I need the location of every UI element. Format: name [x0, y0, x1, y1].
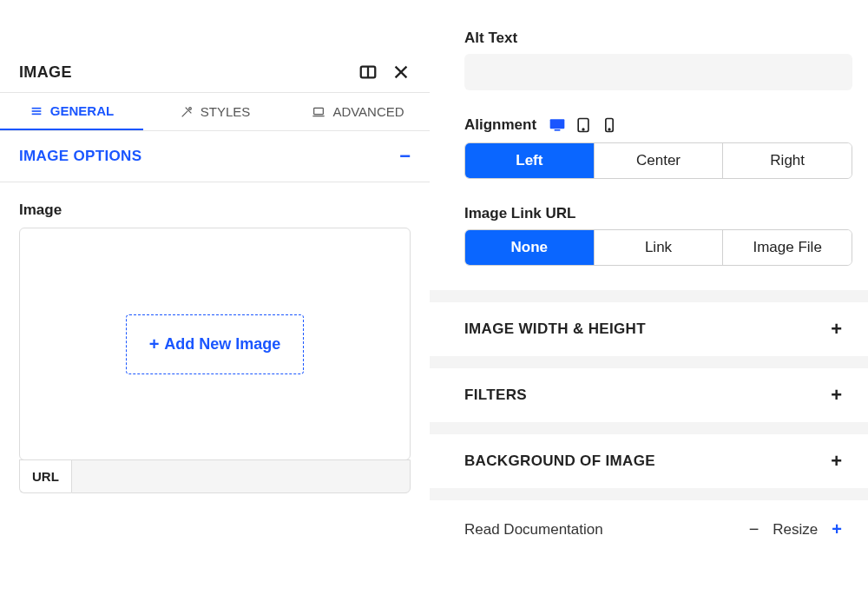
tab-styles[interactable]: STYLES [143, 93, 286, 130]
svg-point-13 [582, 129, 584, 130]
tab-general[interactable]: GENERAL [0, 93, 143, 130]
svg-rect-11 [555, 129, 561, 131]
accordion-filters[interactable]: FILTERS + [430, 368, 868, 422]
add-image-button[interactable]: + Add New Image [126, 314, 305, 374]
align-center-button[interactable]: Center [595, 143, 724, 178]
image-link-control: None Link Image File [464, 229, 852, 266]
design-tools-icon [180, 105, 194, 119]
alt-text-input[interactable] [464, 54, 852, 90]
menu-icon [30, 104, 43, 118]
laptop-icon [312, 105, 326, 119]
plus-icon: + [831, 450, 842, 473]
image-field-label: Image [0, 182, 430, 228]
resize-decrease-button[interactable]: − [749, 519, 760, 539]
alignment-label: Alignment [464, 116, 536, 134]
accordion-title: BACKGROUND OF IMAGE [464, 453, 655, 470]
tablet-icon[interactable] [575, 116, 592, 134]
link-file-button[interactable]: Image File [723, 230, 852, 265]
accordion-width-height[interactable]: IMAGE WIDTH & HEIGHT + [430, 302, 868, 356]
align-left-button[interactable]: Left [465, 143, 595, 178]
align-right-button[interactable]: Right [723, 143, 852, 178]
link-none-button[interactable]: None [465, 230, 595, 265]
tab-advanced[interactable]: ADVANCED [286, 93, 430, 130]
tab-label: GENERAL [50, 103, 114, 118]
close-icon[interactable] [391, 63, 411, 82]
accordion-title: IMAGE WIDTH & HEIGHT [464, 321, 646, 338]
svg-point-15 [608, 129, 610, 130]
resize-label: Resize [773, 521, 818, 539]
add-image-label: Add New Image [164, 335, 280, 354]
image-link-label: Image Link URL [430, 205, 868, 229]
tab-label: STYLES [201, 104, 251, 119]
mobile-icon[interactable] [601, 116, 618, 134]
resize-increase-button[interactable]: + [832, 519, 842, 539]
plus-icon: + [831, 318, 842, 340]
section-image-options[interactable]: IMAGE OPTIONS − [0, 131, 430, 182]
columns-icon[interactable] [358, 63, 378, 82]
url-prefix-label: URL [19, 459, 71, 493]
panel-title: IMAGE [19, 63, 72, 82]
alignment-control: Left Center Right [464, 142, 852, 179]
minus-icon: − [399, 147, 411, 166]
svg-rect-10 [550, 119, 565, 129]
url-input[interactable] [71, 459, 411, 493]
tab-label: ADVANCED [332, 104, 404, 119]
plus-icon: + [149, 334, 160, 354]
read-documentation-link[interactable]: Read Documentation [464, 521, 749, 539]
svg-rect-8 [314, 108, 324, 114]
alt-text-label: Alt Text [430, 30, 868, 54]
accordion-title: FILTERS [464, 387, 527, 404]
svg-point-7 [188, 107, 191, 109]
image-picker[interactable]: + Add New Image [19, 228, 411, 460]
plus-icon: + [831, 384, 842, 406]
section-title: IMAGE OPTIONS [19, 148, 141, 165]
link-link-button[interactable]: Link [595, 230, 724, 265]
accordion-background[interactable]: BACKGROUND OF IMAGE + [430, 434, 868, 488]
desktop-icon[interactable] [549, 116, 566, 134]
